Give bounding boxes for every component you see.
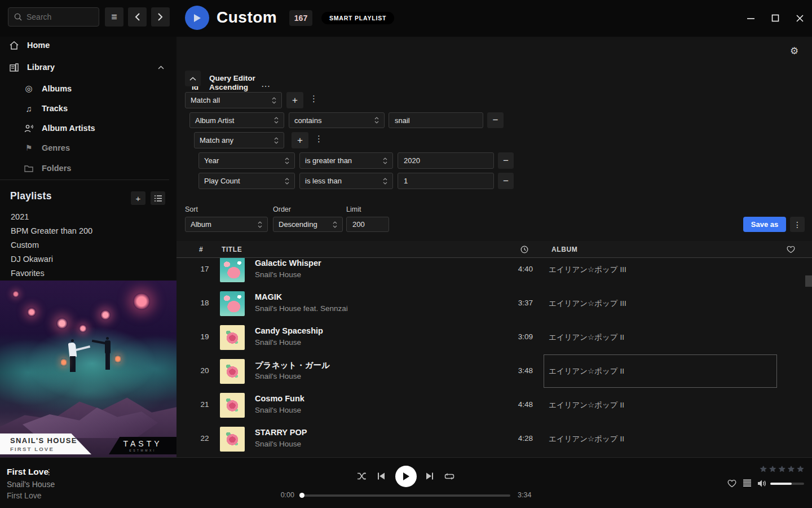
rule-field-select[interactable]: Album Artist <box>189 112 284 128</box>
save-as-button[interactable]: Save as <box>743 217 786 232</box>
sidebar-item-album-artists[interactable]: Album Artists <box>0 120 176 136</box>
search-box[interactable] <box>8 7 99 27</box>
select-value: Match any <box>200 136 233 144</box>
seek-bar[interactable] <box>302 494 510 497</box>
chevron-right-icon <box>158 13 163 21</box>
star-icon[interactable]: ★ <box>787 464 795 474</box>
star-icon[interactable]: ★ <box>778 464 785 474</box>
star-icon[interactable]: ★ <box>769 464 776 474</box>
order-select[interactable]: Descending <box>273 217 343 232</box>
sidebar-item-home[interactable]: Home <box>0 37 176 53</box>
menu-button[interactable]: ≡ <box>105 7 123 27</box>
column-number[interactable]: # <box>199 246 203 253</box>
favorite-button[interactable] <box>727 479 736 488</box>
album-art-thumbnail <box>220 325 245 350</box>
add-rule-button[interactable]: + <box>292 132 308 148</box>
clock-icon[interactable] <box>520 246 528 253</box>
rating-stars[interactable]: ★ ★ ★ ★ ★ <box>760 464 804 474</box>
add-playlist-button[interactable]: + <box>131 191 145 205</box>
figure-silhouette <box>105 353 110 370</box>
track-row[interactable]: 18 MAGIK Snail's House feat. Sennzai 3:3… <box>176 287 812 321</box>
forward-button[interactable] <box>151 7 170 27</box>
seek-thumb[interactable] <box>299 493 304 498</box>
more-options-icon[interactable]: ⋯ <box>261 81 271 91</box>
group-menu-button[interactable]: ⋮ <box>315 134 323 144</box>
rule-value-input[interactable] <box>398 173 494 189</box>
sidebar-item-label: Folders <box>42 164 71 173</box>
sort-direction-button[interactable]: Ascending <box>209 83 248 91</box>
album-cell-focus-outline[interactable] <box>544 354 777 388</box>
sidebar-item-tracks[interactable]: ♫ Tracks <box>0 100 176 116</box>
column-album[interactable]: ALBUM <box>551 246 577 253</box>
play-pause-button[interactable] <box>395 466 417 487</box>
volume-slider[interactable] <box>770 483 804 485</box>
search-input[interactable] <box>27 12 93 21</box>
shuffle-button[interactable] <box>357 472 367 480</box>
track-number: 20 <box>193 366 216 375</box>
titlebar: ≡ Custom 167 SMART PLAYLIST <box>0 0 812 37</box>
chevron-left-icon <box>135 13 140 21</box>
rule-operator-select[interactable]: contains <box>289 112 385 128</box>
remove-rule-button[interactable]: − <box>487 112 504 128</box>
previous-button[interactable] <box>377 472 385 480</box>
kebab-icon: ⋮ <box>315 134 323 143</box>
star-icon[interactable]: ★ <box>760 464 767 474</box>
select-value: Match all <box>191 96 220 104</box>
track-row[interactable]: 21 Cosmo Funk Snail's House 4:48 エイリアン☆ポ… <box>176 388 812 422</box>
playlist-item[interactable]: 2021 <box>0 210 169 224</box>
playlist-list-button[interactable] <box>151 191 165 205</box>
track-row[interactable]: 22 STARRY POP Snail's House 4:28 エイリアン☆ポ… <box>176 422 812 456</box>
rule-field-select[interactable]: Play Count <box>198 173 295 189</box>
maximize-button[interactable] <box>770 13 780 23</box>
sidebar-item-library[interactable]: Library <box>0 59 176 75</box>
scrollbar-thumb[interactable] <box>805 275 812 287</box>
query-editor-collapse-button[interactable] <box>185 71 201 86</box>
track-artist: Snail's House <box>255 270 301 279</box>
rule-field-select[interactable]: Year <box>198 152 295 169</box>
repeat-button[interactable] <box>444 472 454 480</box>
figure-silhouette <box>71 339 74 342</box>
gear-icon[interactable]: ⚙ <box>790 45 798 57</box>
track-count-badge: 167 <box>289 10 312 26</box>
rule-value-input[interactable] <box>389 112 483 128</box>
select-value: contains <box>294 116 321 125</box>
query-menu-button[interactable]: ⋮ <box>790 217 805 232</box>
playlist-item[interactable]: Custom <box>0 238 169 252</box>
column-title[interactable]: TITLE <box>222 246 242 253</box>
star-icon[interactable]: ★ <box>797 464 804 474</box>
volume-button[interactable] <box>757 479 767 488</box>
sidebar-item-label: Albums <box>42 84 72 93</box>
match-group-select[interactable]: Match any <box>194 132 284 148</box>
playlist-item[interactable]: DJ Okawari <box>0 252 169 266</box>
chevron-up-icon[interactable] <box>158 65 164 69</box>
match-group-select[interactable]: Match all <box>185 92 282 108</box>
sort-select[interactable]: Album <box>185 217 268 232</box>
track-row[interactable]: 19 Candy Spaceship Snail's House 3:09 エイ… <box>176 321 812 354</box>
limit-input[interactable] <box>346 217 389 232</box>
sidebar-item-albums[interactable]: ◎ Albums <box>0 81 176 97</box>
sidebar-item-label: Library <box>27 63 55 72</box>
group-menu-button[interactable]: ⋮ <box>310 94 318 104</box>
now-playing-album-art: SNAIL'S HOUSE FIRST LOVE TASTY ESTMMXI <box>0 281 176 457</box>
minimize-button[interactable] <box>745 13 756 23</box>
rule-operator-select[interactable]: is greater than <box>299 152 393 169</box>
play-playlist-button[interactable] <box>185 6 209 30</box>
remove-rule-button[interactable]: − <box>498 152 514 169</box>
next-button[interactable] <box>426 472 434 480</box>
playlist-item[interactable]: Favorites <box>0 266 169 280</box>
add-rule-button[interactable]: + <box>286 92 303 108</box>
track-row[interactable]: 17 Galactic Whisper Snail's House 4:40 エ… <box>176 258 812 287</box>
sidebar-item-genres[interactable]: ⚑ Genres <box>0 140 176 156</box>
playlist-item[interactable]: BPM Greater than 200 <box>0 224 169 238</box>
close-button[interactable] <box>795 13 805 23</box>
track-row[interactable]: 20 プラネット・ガール Snail's House 3:48 エイリアン☆ポッ… <box>176 354 812 388</box>
sidebar-item-folders[interactable]: Folders <box>0 160 176 176</box>
rule-value-input[interactable] <box>398 152 494 169</box>
back-button[interactable] <box>128 7 147 27</box>
plus-icon: + <box>136 194 141 203</box>
kebab-icon[interactable]: ⋮ <box>45 467 53 476</box>
queue-button[interactable] <box>743 479 752 487</box>
heart-column-icon[interactable] <box>787 246 795 253</box>
rule-operator-select[interactable]: is less than <box>299 173 393 189</box>
remove-rule-button[interactable]: − <box>498 173 514 189</box>
